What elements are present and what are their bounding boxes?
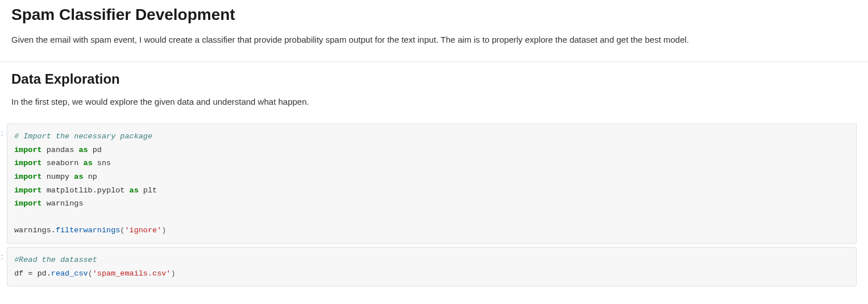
code-cell-1[interactable]: : # Import the necessary package import … (7, 124, 857, 244)
code-lhs: df = pd. (14, 269, 51, 278)
code-function: filterwarnings (56, 226, 120, 235)
code-module: pandas (42, 146, 79, 154)
code-comment: #Read the datasset (14, 256, 97, 264)
code-alias: sns (93, 159, 111, 167)
input-prompt: : (1, 253, 3, 261)
title-h1: Spam Classifier Development (11, 6, 857, 24)
code-alias: plt (139, 186, 157, 195)
code-module: matplotlib.pyplot (42, 186, 130, 195)
paragraph: In the first step, we would explore the … (11, 95, 857, 109)
code-object: warnings. (14, 226, 56, 235)
code-comment: # Import the necessary package (14, 132, 152, 141)
code-alias: pd (88, 146, 102, 154)
code-keyword: as (84, 159, 93, 167)
code-module: numpy (42, 172, 74, 181)
code-keyword: import (14, 172, 42, 181)
code-function: read_csv (51, 269, 88, 278)
code-keyword: as (78, 146, 88, 154)
code-punct: ( (88, 269, 93, 278)
code-keyword: as (74, 172, 83, 181)
code-alias: np (84, 172, 97, 181)
title-h2: Data Exploration (11, 71, 857, 87)
code-keyword: import (14, 159, 42, 167)
code-keyword: import (14, 146, 42, 154)
input-prompt: : (1, 129, 3, 137)
paragraph: Given the email with spam event, I would… (11, 33, 857, 47)
code-module: seaborn (42, 159, 84, 167)
cell-separator (0, 61, 868, 62)
code-input[interactable]: #Read the datasset df = pd.read_csv('spa… (7, 247, 857, 286)
code-string: 'spam_emails.csv' (93, 269, 171, 278)
markdown-cell-1[interactable]: Spam Classifier Development Given the em… (0, 0, 868, 58)
code-cell-2[interactable]: : #Read the datasset df = pd.read_csv('s… (7, 247, 857, 286)
code-keyword: import (14, 186, 42, 195)
code-input[interactable]: # Import the necessary package import pa… (7, 124, 857, 244)
code-string: 'ignore' (124, 226, 161, 235)
code-punct: ) (161, 226, 166, 235)
code-punct: ) (171, 269, 175, 278)
code-keyword: as (130, 186, 139, 195)
markdown-cell-2[interactable]: Data Exploration In the first step, we w… (0, 65, 868, 120)
code-module: warnings (42, 199, 84, 208)
code-keyword: import (14, 199, 42, 208)
